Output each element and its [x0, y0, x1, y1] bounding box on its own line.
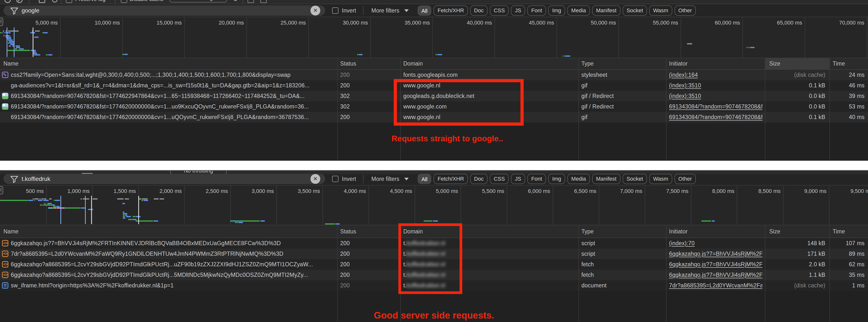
waterfall-bar [238, 220, 259, 222]
waterfall-bar [40, 198, 41, 199]
request-initiator[interactable]: 7dr?a8685395=L2d0YWcvanM%2FaWQ [669, 280, 763, 291]
filter-chip[interactable]: Fetch/XHR [434, 174, 468, 184]
disable-cache-checkbox[interactable] [121, 0, 127, 3]
column-header-time[interactable]: Time [833, 225, 845, 237]
search-icon[interactable] [52, 0, 58, 2]
filter-query: google [22, 5, 39, 16]
filter-chip[interactable]: Img [548, 174, 565, 184]
clear-filter-icon[interactable] [310, 174, 320, 184]
column-separator[interactable] [765, 225, 765, 322]
waterfall-bar [16, 45, 20, 46]
filter-chip[interactable]: JS [511, 174, 525, 184]
filter-chip[interactable]: Media [567, 5, 590, 16]
column-header-initiator[interactable]: Initiator [669, 58, 687, 69]
filter-chip[interactable]: Manifest [592, 174, 620, 184]
request-initiator[interactable]: (index):70 [669, 238, 763, 249]
filter-chip[interactable]: Img [548, 5, 565, 16]
column-header-status[interactable]: Status [340, 225, 356, 237]
column-header-time[interactable]: Time [833, 58, 845, 69]
waterfall-bar [33, 53, 37, 54]
filter-chip[interactable]: CSS [490, 174, 509, 184]
more-filters-button[interactable]: More filters [371, 174, 399, 184]
timeline-gridline: 55,000 ms [0, 17, 868, 58]
request-name: 6ggkazahqo?a8685395=L2cvY29sbGVjdD92PTIm… [11, 259, 336, 270]
column-header-type[interactable]: Type [581, 225, 594, 237]
column-separator[interactable] [337, 58, 338, 161]
column-header-type[interactable]: Type [581, 58, 594, 69]
overview-drag-handle[interactable] [0, 186, 3, 194]
column-header-initiator[interactable]: Initiator [669, 225, 687, 237]
column-separator[interactable] [830, 225, 830, 322]
column-separator[interactable] [579, 58, 579, 161]
invert-checkbox[interactable] [332, 7, 338, 14]
invert-checkbox[interactable] [332, 176, 338, 182]
filter-chip[interactable]: Doc [470, 174, 488, 184]
column-separator[interactable] [666, 58, 666, 161]
more-filters-button[interactable]: More filters [371, 5, 399, 16]
preserve-log-checkbox[interactable] [66, 0, 72, 3]
request-initiator[interactable]: 691343084/?random=9074678208&fst=17 [669, 112, 763, 123]
waterfall-bar [53, 206, 56, 207]
filter-input[interactable]: google [3, 5, 325, 16]
column-separator[interactable] [579, 225, 579, 322]
request-initiator[interactable]: 6ggkazahqo.js?7=BhVVJi4sRjM%2FRT [669, 259, 763, 270]
record-icon[interactable] [4, 0, 11, 3]
waterfall-bar [34, 37, 38, 38]
request-initiator[interactable]: (index):3510 [669, 80, 763, 91]
filter-chip[interactable]: Other [675, 5, 696, 16]
throttling-select[interactable]: No throttling [169, 0, 227, 2]
column-header-size[interactable]: Size [769, 58, 780, 69]
request-initiator[interactable]: 691343084/?random=9074678208&fst=17 [669, 101, 763, 112]
request-size: 171 kB [764, 249, 825, 259]
column-header-size[interactable]: Size [769, 225, 780, 237]
filter-chip[interactable]: Socket [623, 174, 647, 184]
waterfall-bar [43, 32, 48, 33]
network-conditions-icon[interactable]: ⇅ [233, 0, 237, 2]
clear-filter-icon[interactable] [310, 6, 320, 15]
column-header-status[interactable]: Status [340, 58, 356, 69]
column-header-name[interactable]: Name [3, 58, 19, 69]
filter-chip[interactable]: Font [527, 174, 546, 184]
waterfall-bar [122, 54, 124, 55]
request-initiator[interactable]: (index):164 [669, 70, 763, 80]
column-header-name[interactable]: Name [3, 225, 19, 237]
filter-chip[interactable]: Socket [623, 5, 647, 16]
filter-divider [363, 174, 364, 183]
waterfall-bar [46, 54, 48, 56]
clear-icon[interactable] [16, 0, 23, 3]
filter-chip[interactable]: Fetch/XHR [434, 5, 468, 16]
network-overview[interactable]: 500 ms1,000 ms1,500 ms2,000 ms2,500 ms3,… [0, 185, 868, 225]
waterfall-bar [335, 223, 340, 225]
column-separator[interactable] [830, 58, 830, 161]
filter-chip[interactable]: Other [675, 174, 696, 184]
overview-drag-handle[interactable] [0, 18, 3, 26]
column-header-domain[interactable]: Domain [403, 58, 423, 69]
column-separator[interactable] [765, 58, 765, 161]
request-initiator[interactable]: 6ggkazahqo.js?7=BhVVJi4sRjM%2FRT [669, 249, 763, 259]
filter-icon[interactable] [39, 0, 45, 3]
request-initiator[interactable]: (index):3510 [669, 91, 763, 101]
export-har-icon[interactable] [260, 0, 267, 3]
request-row[interactable]: css2?family=Open+Sans:ital,wght@0,300;0,… [0, 70, 868, 80]
filter-input[interactable]: t.koffiedruk [3, 174, 325, 184]
network-overview[interactable]: 5,000 ms10,000 ms15,000 ms20,000 ms25,00… [0, 17, 868, 58]
waterfall-bar [142, 198, 148, 199]
filter-chip[interactable]: Wasm [649, 174, 672, 184]
filter-chip[interactable]: Font [527, 5, 546, 16]
waterfall-bar [48, 207, 53, 208]
waterfall-bar [81, 198, 82, 199]
column-separator[interactable] [666, 225, 666, 322]
filter-chip[interactable]: Doc [470, 5, 488, 16]
filter-chip[interactable]: Media [567, 174, 590, 184]
filter-chip[interactable]: All [417, 5, 431, 16]
request-initiator[interactable]: 6ggkazahqo.js?7=BhVVJi4sRjM%2FRT [669, 270, 763, 280]
timeline-gridline: 10,000 ms [0, 17, 868, 58]
import-har-icon[interactable] [248, 0, 254, 3]
filter-chip[interactable]: Manifest [592, 5, 620, 16]
column-separator[interactable] [337, 225, 338, 322]
filter-chip[interactable]: JS [511, 5, 525, 16]
filter-chip[interactable]: All [417, 174, 431, 184]
filter-chip[interactable]: CSS [490, 5, 509, 16]
waterfall-bar [10, 44, 14, 45]
filter-chip[interactable]: Wasm [649, 5, 672, 16]
